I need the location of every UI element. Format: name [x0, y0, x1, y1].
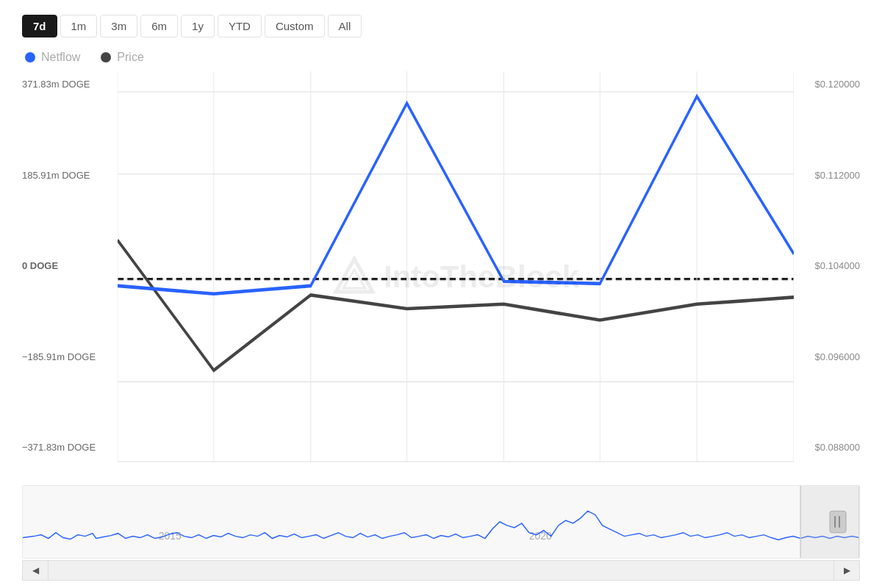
price-dot	[101, 52, 111, 62]
chart-canvas: IntoTheBlock	[118, 71, 794, 482]
svg-rect-16	[23, 486, 859, 558]
chart-section: 371.83m DOGE 185.91m DOGE 0 DOGE −185.91…	[22, 71, 860, 482]
nav-prev-button[interactable]: ◀	[22, 560, 49, 581]
y-left-top: 371.83m DOGE	[22, 79, 112, 90]
y-right-2: $0.112000	[800, 170, 860, 181]
overview-svg: 2015 2020	[23, 486, 859, 558]
scrollbar-nav: ◀ ▶	[22, 560, 860, 581]
y-right-mid: $0.104000	[800, 260, 860, 271]
netflow-line	[118, 96, 794, 294]
y-right-top: $0.120000	[800, 79, 860, 90]
nav-track[interactable]	[49, 560, 833, 581]
btn-7d[interactable]: 7d	[22, 15, 57, 37]
netflow-label: Netflow	[41, 51, 80, 64]
y-right-4: $0.096000	[800, 351, 860, 362]
y-left-mid: 0 DOGE	[22, 260, 112, 271]
btn-all[interactable]: All	[328, 15, 362, 37]
nav-next-button[interactable]: ▶	[833, 560, 860, 581]
y-left-4: −185.91m DOGE	[22, 351, 112, 362]
btn-custom[interactable]: Custom	[265, 15, 325, 37]
btn-ytd[interactable]: YTD	[218, 15, 262, 37]
overview-chart: 2015 2020	[22, 485, 860, 559]
y-left-bot: −371.83m DOGE	[22, 442, 112, 453]
btn-3m[interactable]: 3m	[100, 15, 137, 37]
main-container: 7d 1m 3m 6m 1y YTD Custom All Netflow Pr…	[0, 0, 882, 588]
price-label: Price	[117, 51, 143, 64]
btn-6m[interactable]: 6m	[140, 15, 178, 37]
time-range-bar: 7d 1m 3m 6m 1y YTD Custom All	[22, 15, 860, 37]
y-right-bot: $0.088000	[800, 442, 860, 453]
y-axis-left: 371.83m DOGE 185.91m DOGE 0 DOGE −185.91…	[22, 71, 118, 482]
legend-netflow: Netflow	[25, 51, 80, 64]
btn-1y[interactable]: 1y	[181, 15, 215, 37]
price-line	[118, 240, 794, 370]
main-chart-wrapper: 371.83m DOGE 185.91m DOGE 0 DOGE −185.91…	[22, 71, 860, 482]
main-svg	[118, 71, 794, 482]
svg-rect-22	[830, 511, 846, 532]
y-left-2: 185.91m DOGE	[22, 170, 112, 181]
btn-1m[interactable]: 1m	[60, 15, 98, 37]
y-axis-right: $0.120000 $0.112000 $0.104000 $0.096000 …	[794, 71, 860, 482]
chart-legend: Netflow Price	[22, 51, 860, 64]
svg-text:2015: 2015	[159, 531, 182, 542]
netflow-dot	[25, 52, 35, 62]
legend-price: Price	[101, 51, 143, 64]
